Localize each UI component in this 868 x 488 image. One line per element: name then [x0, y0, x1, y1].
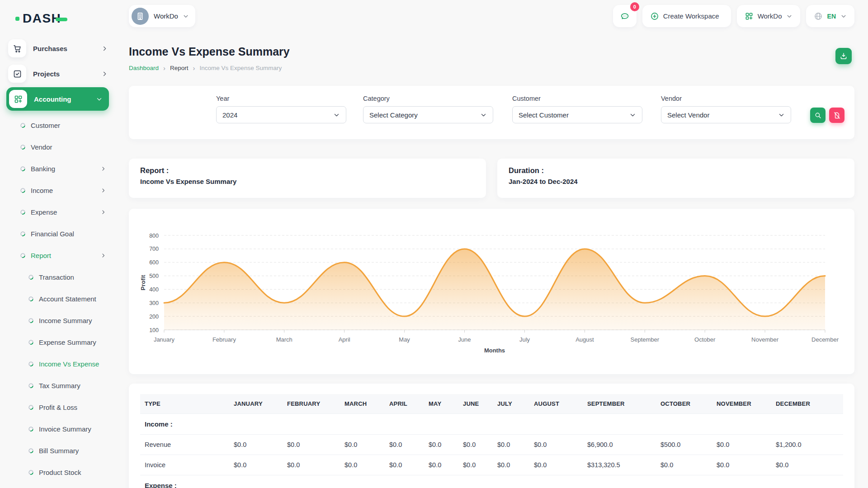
sidebar-item-cash-flow[interactable]: Cash Flow: [0, 483, 115, 488]
duration-card-value: Jan-2024 to Dec-2024: [509, 178, 843, 185]
svg-text:February: February: [212, 336, 236, 343]
cell-value: $313,320.5: [583, 455, 656, 475]
vendor-select-value: Select Vendor: [667, 111, 709, 119]
sidebar-item-expense-summary[interactable]: Expense Summary: [0, 331, 115, 353]
cell-value: $0.0: [340, 455, 385, 475]
sidebar-item-vendor[interactable]: Vendor: [0, 136, 115, 158]
table-card: TYPEJANUARYFEBRUARYMARCHAPRILMAYJUNEJULY…: [129, 384, 854, 488]
report-submenu: TransactionAccount StatementIncome Summa…: [0, 266, 115, 488]
svg-text:May: May: [399, 336, 410, 343]
sidebar-item-label: Projects: [33, 70, 101, 78]
reset-button[interactable]: [829, 108, 844, 123]
sidebar-item-label: Expense: [31, 208, 100, 216]
cell-value: $1,200.0: [771, 435, 843, 455]
sidebar-item-label: Tax Summary: [39, 382, 106, 389]
column-header-june: JUNE: [458, 394, 493, 414]
breadcrumb-report[interactable]: Report: [170, 65, 189, 71]
sidebar-item-label: Purchases: [33, 45, 101, 52]
app-root: DASH Purchases Projects Accounting Custo…: [0, 0, 868, 488]
breadcrumb-separator: ›: [163, 64, 165, 72]
chevron-down-icon: [629, 112, 636, 118]
profit-area-chart: 800700600500400300200100JanuaryFebruaryM…: [129, 209, 854, 374]
table-body: Income :Revenue$0.0$0.0$0.0$0.0$0.0$0.0$…: [140, 414, 843, 488]
sidebar-item-label: Income Vs Expense: [39, 360, 106, 368]
svg-text:300: 300: [149, 300, 159, 306]
sidebar-item-label: Banking: [31, 165, 100, 173]
bullet-icon: [20, 166, 26, 172]
breadcrumb: Dashboard › Report › Income Vs Expense S…: [129, 64, 854, 72]
sidebar-item-account-statement[interactable]: Account Statement: [0, 288, 115, 310]
svg-text:August: August: [576, 336, 594, 343]
download-icon: [840, 52, 848, 60]
column-header-september: SEPTEMBER: [583, 394, 656, 414]
sidebar-item-report[interactable]: Report: [0, 244, 115, 266]
vendor-filter: Vendor Select Vendor: [661, 95, 791, 123]
cell-value: $0.0: [656, 455, 712, 475]
category-select[interactable]: Select Category: [363, 106, 493, 123]
breadcrumb-dashboard[interactable]: Dashboard: [129, 65, 159, 71]
year-select[interactable]: 2024: [216, 106, 346, 123]
sidebar-item-purchases[interactable]: Purchases: [0, 36, 115, 61]
sidebar-item-accounting[interactable]: Accounting: [6, 87, 109, 111]
vendor-label: Vendor: [661, 95, 791, 102]
chevron-down-icon: [778, 112, 785, 118]
sidebar-item-label: Account Statement: [39, 295, 106, 303]
sidebar-item-income-summary[interactable]: Income Summary: [0, 310, 115, 331]
sidebar-item-income-vs-expense[interactable]: Income Vs Expense: [0, 353, 115, 375]
sidebar-item-customer[interactable]: Customer: [0, 114, 115, 136]
sidebar-item-bill-summary[interactable]: Bill Summary: [0, 440, 115, 461]
breadcrumb-current: Income Vs Expense Summary: [200, 65, 282, 71]
section-label: Income :: [140, 414, 843, 435]
sidebar-item-tax-summary[interactable]: Tax Summary: [0, 375, 115, 396]
column-header-november: NOVEMBER: [712, 394, 771, 414]
duration-card-title: Duration :: [509, 166, 843, 175]
customer-label: Customer: [512, 95, 642, 102]
cell-value: $0.0: [712, 435, 771, 455]
sidebar-item-transaction[interactable]: Transaction: [0, 266, 115, 288]
sidebar-item-invoice-summary[interactable]: Invoice Summary: [0, 418, 115, 440]
year-filter: Year 2024: [216, 95, 346, 123]
column-header-may: MAY: [424, 394, 458, 414]
row-type: Revenue: [140, 435, 229, 455]
chevron-right-icon: [100, 209, 106, 215]
chevron-down-icon: [96, 96, 103, 103]
cell-value: $0.0: [529, 455, 583, 475]
sidebar-item-label: Product Stock: [39, 469, 106, 476]
svg-text:March: March: [276, 336, 292, 343]
sidebar-item-banking[interactable]: Banking: [0, 158, 115, 179]
svg-text:July: July: [519, 336, 530, 343]
cell-value: $0.0: [385, 455, 424, 475]
column-header-december: DECEMBER: [771, 394, 843, 414]
sidebar-item-expense[interactable]: Expense: [0, 201, 115, 223]
cell-value: $0.0: [283, 455, 340, 475]
cell-value: $0.0: [458, 455, 493, 475]
bullet-icon: [28, 361, 34, 367]
download-button[interactable]: [835, 48, 852, 64]
sidebar-item-income[interactable]: Income: [0, 179, 115, 201]
chevron-right-icon: [100, 166, 106, 172]
customer-select[interactable]: Select Customer: [512, 106, 642, 123]
sidebar-item-profit-loss[interactable]: Profit & Loss: [0, 396, 115, 418]
logo-bar: [56, 18, 67, 21]
category-select-value: Select Category: [369, 111, 418, 119]
cell-value: $0.0: [493, 435, 529, 455]
sidebar-item-label: Transaction: [39, 273, 106, 281]
svg-text:Profit: Profit: [140, 275, 146, 291]
bullet-icon: [28, 469, 34, 475]
bullet-icon: [20, 209, 26, 215]
sidebar-item-product-stock[interactable]: Product Stock: [0, 461, 115, 483]
vendor-select[interactable]: Select Vendor: [661, 106, 791, 123]
section-row-income: Income :: [140, 414, 843, 435]
svg-text:500: 500: [149, 273, 159, 279]
app-logo[interactable]: DASH: [15, 11, 115, 26]
sidebar-item-financial-goal[interactable]: Financial Goal: [0, 223, 115, 244]
cell-value: $0.0: [458, 435, 493, 455]
bullet-icon: [28, 448, 34, 454]
svg-text:October: October: [694, 336, 716, 343]
cell-value: $0.0: [529, 435, 583, 455]
sidebar-item-projects[interactable]: Projects: [0, 61, 115, 86]
bullet-icon: [28, 404, 34, 410]
chevron-down-icon: [480, 112, 487, 118]
search-button[interactable]: [810, 108, 826, 123]
sidebar: DASH Purchases Projects Accounting Custo…: [0, 0, 115, 488]
